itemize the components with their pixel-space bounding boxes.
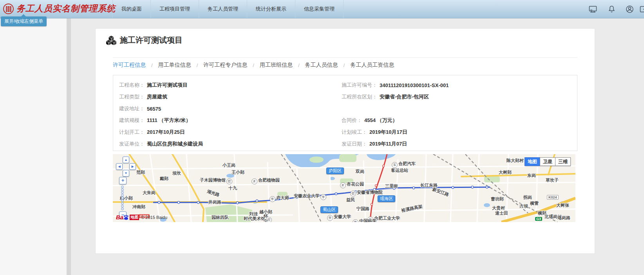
zoom-in-button[interactable]: + bbox=[119, 177, 127, 184]
baidu-map[interactable]: 庐阳区瑶海区蜀山区G206G3K024范郢坝坎戴郢大朱岗柏小郢冲南郢小王岗王小郢… bbox=[113, 154, 575, 222]
grid-menu-icon bbox=[6, 6, 11, 12]
field-row: 工程名称： 施工许可测试项目 施工许可编号： 34011120191030010… bbox=[119, 79, 577, 91]
field-planned-start: 计划开工： 2017年10月25日 bbox=[119, 129, 342, 136]
map-label: 横雷 bbox=[530, 201, 539, 206]
map-label: 越小郢 bbox=[259, 209, 272, 215]
poi-icon: 车 bbox=[392, 162, 398, 168]
map-label: 范郢 bbox=[136, 170, 145, 175]
collapsed-sidebar bbox=[0, 18, 67, 275]
sidebar-toggle-button[interactable] bbox=[3, 4, 14, 14]
user-icon[interactable] bbox=[625, 5, 634, 14]
pan-right-button[interactable]: ▶ bbox=[129, 163, 136, 170]
tab-separator: / bbox=[197, 62, 198, 68]
poi-icon: 学 bbox=[327, 215, 333, 221]
map-label: 陈大郢村 bbox=[507, 158, 524, 163]
map-label: 木合肥植物园 bbox=[251, 178, 280, 184]
field-row: 建筑规模： 1111 （平方米/米） 合同价： 4554 （万元） bbox=[119, 115, 577, 126]
nav-my-desktop[interactable]: 我的桌面 bbox=[112, 0, 150, 18]
field-row: 计划开工： 2017年10月25日 计划竣工： 2019年10月17日 bbox=[119, 126, 577, 138]
map-label: 草坎子 bbox=[546, 178, 559, 183]
map-label: 学安徽大学 bbox=[326, 214, 351, 221]
map-label: 学中国科学 bbox=[352, 219, 376, 222]
map-label: 学庐大师 bbox=[269, 195, 289, 202]
map-type-3d-button[interactable]: 三维 bbox=[555, 157, 571, 166]
map-label: 道士田 bbox=[495, 211, 508, 216]
map-label: 大贵村 bbox=[492, 206, 505, 211]
map-label: 馆安徽省博物院 bbox=[349, 190, 383, 197]
nav-project-management[interactable]: 工程项目管理 bbox=[150, 0, 199, 18]
baidu-logo-text: Ba bbox=[116, 214, 123, 220]
map-label: 安徽农业大学学 bbox=[294, 193, 327, 200]
project-detail-card: 施工许可测试项目 许可工程信息 / 用工单位信息 / 许可工程专户信息 / 用工… bbox=[95, 28, 595, 254]
bell-icon[interactable] bbox=[607, 5, 616, 14]
map-label: 大朱岗 bbox=[143, 190, 156, 195]
field-contract-price: 合同价： 4554 （万元） bbox=[342, 117, 398, 124]
poi-icon: 学 bbox=[353, 219, 358, 222]
map-label: 蜀山区 bbox=[320, 206, 338, 213]
map-label: 大树张 bbox=[556, 203, 569, 208]
field-planned-completion: 计划竣工： 2019年10月17日 bbox=[342, 129, 407, 136]
map-label: 瑶岗路 bbox=[557, 215, 570, 220]
field-construction-address: 建设地址： 56575 bbox=[119, 105, 342, 112]
map-label: 宁国路 bbox=[356, 206, 369, 211]
tab-work-team-info[interactable]: 用工班组信息 bbox=[260, 62, 293, 69]
map-label: 益民 bbox=[346, 197, 355, 202]
tab-separator: / bbox=[298, 62, 300, 68]
field-building-scale: 建筑规模： 1111 （平方米/米） bbox=[119, 117, 342, 124]
map-label: 坝坎 bbox=[172, 171, 181, 176]
nav-statistics[interactable]: 统计分析展示 bbox=[247, 0, 295, 18]
field-row: 工程类型： 房屋建筑 工程所在区划： 安徽省-合肥市-包河区 bbox=[119, 91, 577, 103]
poi-icon: 学 bbox=[270, 196, 275, 202]
map-label: 刘洼 bbox=[249, 211, 258, 217]
map-label: 井岗路 bbox=[208, 200, 221, 205]
main-nav: 我的桌面 工程项目管理 务工人员管理 统计分析展示 信息采集管理 bbox=[112, 0, 344, 18]
tab-permit-project-info[interactable]: 许可工程信息 bbox=[113, 62, 146, 69]
tab-employer-info[interactable]: 用工单位信息 bbox=[158, 62, 191, 69]
map-label: 双岗 bbox=[356, 169, 364, 174]
app-title: 务工人员实名制管理系统 bbox=[16, 3, 116, 15]
tab-separator: / bbox=[151, 62, 153, 68]
tab-separator: / bbox=[253, 62, 254, 68]
field-issuing-authority: 发证单位： 蜀山区住房和城乡建设局 bbox=[119, 140, 342, 148]
zoom-slider[interactable] bbox=[121, 186, 124, 210]
project-fields-panel: 工程名称： 施工许可测试项目 施工许可编号： 34011120191030010… bbox=[113, 75, 577, 151]
map-type-satellite-button[interactable]: 卫星 bbox=[540, 157, 555, 166]
map-label: 冲南郢 bbox=[132, 204, 145, 209]
pan-up-button[interactable]: ▲ bbox=[123, 157, 129, 163]
map-label: 方坝 bbox=[519, 204, 528, 209]
tab-worker-info[interactable]: 务工人员信息 bbox=[305, 62, 338, 69]
map-type-map-button[interactable]: 地图 bbox=[525, 157, 540, 166]
tab-worker-salary-info[interactable]: 务工人员工资信息 bbox=[350, 62, 394, 69]
map-label: 十九 bbox=[228, 186, 237, 191]
field-row: 建设地址： 56575 bbox=[119, 103, 577, 115]
map-copyright: © 2015 Baidu bbox=[141, 215, 167, 220]
map-label: 三里街 bbox=[385, 184, 398, 189]
baidu-paw-icon bbox=[123, 215, 129, 220]
sidebar-divider[interactable] bbox=[67, 18, 71, 275]
field-issue-date: 发证日期： 2019年11月07日 bbox=[342, 140, 407, 148]
poi-icon: 木 bbox=[251, 178, 257, 184]
map-label: 子木园博物馆馆 bbox=[200, 178, 233, 184]
nav-worker-management[interactable]: 务工人员管理 bbox=[199, 0, 247, 18]
top-header: 务工人员实名制管理系统 我的桌面 工程项目管理 务工人员管理 统计分析展示 信息… bbox=[0, 0, 644, 18]
tab-special-account-info[interactable]: 许可工程专户信息 bbox=[203, 62, 247, 69]
sidebar-toggle-tooltip: 展开/收缩左侧菜单 bbox=[1, 16, 47, 26]
map-label: 木杏花公园 bbox=[339, 182, 364, 188]
map-label: 庐阳区 bbox=[326, 168, 344, 174]
cubes-icon bbox=[106, 36, 116, 45]
poi-icon: 馆 bbox=[226, 178, 232, 184]
field-row: 发证单位： 蜀山区住房和城乡建设局 发证日期： 2019年11月07日 bbox=[119, 138, 577, 150]
page-title-row: 施工许可测试项目 bbox=[106, 35, 595, 46]
desktop-icon[interactable] bbox=[588, 5, 597, 14]
map-type-switcher: 地图 卫星 三维 bbox=[525, 157, 571, 166]
nav-info-collection[interactable]: 信息采集管理 bbox=[295, 0, 344, 18]
logout-icon[interactable] bbox=[639, 5, 644, 14]
map-label: 曹坊郢 bbox=[491, 197, 504, 202]
map-label: 拐岗 bbox=[523, 195, 532, 200]
baidu-logo[interactable]: Ba 地图 © 2015 Baidu bbox=[116, 214, 167, 220]
page-title: 施工许可测试项目 bbox=[120, 35, 183, 46]
pan-left-button[interactable]: ◀ bbox=[116, 163, 123, 170]
map-label: G3 bbox=[535, 217, 542, 221]
pan-down-button[interactable]: ▼ bbox=[123, 170, 129, 177]
map-label: 园林四队 bbox=[212, 215, 229, 220]
